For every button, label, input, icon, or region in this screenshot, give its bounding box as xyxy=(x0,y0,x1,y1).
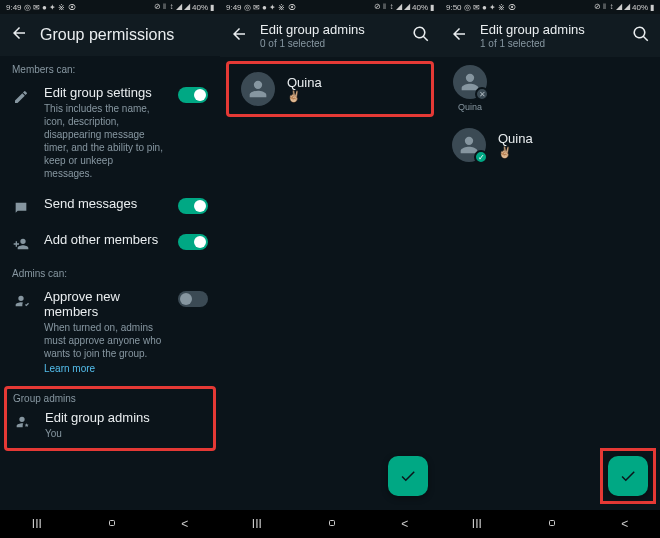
check-icon xyxy=(474,150,488,164)
row-title: Approve new members xyxy=(44,289,164,319)
nav-back[interactable]: < xyxy=(621,517,628,531)
page-subtitle: 0 of 1 selected xyxy=(260,38,400,49)
nav-home[interactable] xyxy=(106,517,118,532)
nav-home[interactable] xyxy=(326,517,338,532)
svg-rect-1 xyxy=(329,520,334,525)
pencil-icon xyxy=(12,85,30,105)
row-send-messages[interactable]: Send messages xyxy=(0,188,220,224)
row-desc: When turned on, admins must approve anyo… xyxy=(44,321,164,360)
search-icon[interactable] xyxy=(412,25,430,47)
remove-icon[interactable] xyxy=(475,87,489,101)
nav-recents[interactable]: III xyxy=(252,517,262,531)
row-edit-group-settings[interactable]: Edit group settings This includes the na… xyxy=(0,77,220,188)
header: Edit group admins 0 of 1 selected xyxy=(220,14,440,57)
status-time: 9:50 xyxy=(446,3,462,12)
nav-home[interactable] xyxy=(546,517,558,532)
status-icons-left: ◎ ✉ ● ✦ ※ ⦿ xyxy=(244,3,296,12)
android-nav: III < xyxy=(220,510,440,538)
toggle-approve-members[interactable] xyxy=(178,291,208,307)
status-time: 9:49 xyxy=(6,3,22,12)
learn-more-link[interactable]: Learn more xyxy=(44,363,164,374)
toggle-add-members[interactable] xyxy=(178,234,208,250)
status-icons-right: ⊘ ⫴ ↕ ◢ ◢ xyxy=(374,2,410,12)
row-edit-group-admins[interactable]: Edit group admins You xyxy=(11,408,209,446)
back-icon[interactable] xyxy=(230,25,248,47)
row-title: Add other members xyxy=(44,232,164,247)
status-bar: 9:49 ◎ ✉ ● ✦ ※ ⦿ ⊘ ⫴ ↕ ◢ ◢ 40% ▮ xyxy=(220,0,440,14)
avatar xyxy=(241,72,275,106)
row-title: Edit group admins xyxy=(45,410,207,425)
status-icons-left: ◎ ✉ ● ✦ ※ ⦿ xyxy=(24,3,76,12)
contact-status: ✌🏼 xyxy=(498,146,533,159)
android-nav: III < xyxy=(440,510,660,538)
members-can-label: Members can: xyxy=(0,56,220,77)
highlight-edit-admins: Group admins Edit group admins You xyxy=(4,386,216,451)
battery-icon: ▮ xyxy=(210,3,214,12)
content: Quina ✌🏼 xyxy=(220,57,440,510)
content: Members can: Edit group settings This in… xyxy=(0,56,220,510)
screen-edit-admins-none-selected: 9:49 ◎ ✉ ● ✦ ※ ⦿ ⊘ ⫴ ↕ ◢ ◢ 40% ▮ Edit gr… xyxy=(220,0,440,538)
row-approve-members[interactable]: Approve new members When turned on, admi… xyxy=(0,281,220,382)
toggle-edit-settings[interactable] xyxy=(178,87,208,103)
status-icons-right: ⊘ ⫴ ↕ ◢ ◢ xyxy=(594,2,630,12)
status-time: 9:49 xyxy=(226,3,242,12)
header: Group permissions xyxy=(0,14,220,56)
svg-rect-0 xyxy=(109,520,114,525)
status-icons-right: ⊘ ⫴ ↕ ◢ ◢ xyxy=(154,2,190,12)
confirm-fab[interactable] xyxy=(388,456,428,496)
approve-icon xyxy=(12,289,30,309)
confirm-fab[interactable] xyxy=(608,456,648,496)
nav-back[interactable]: < xyxy=(401,517,408,531)
selected-chip-quina[interactable]: Quina xyxy=(450,65,490,112)
content: Quina Quina ✌🏼 xyxy=(440,57,660,510)
avatar xyxy=(452,128,486,162)
nav-recents[interactable]: III xyxy=(472,517,482,531)
contact-status: ✌🏼 xyxy=(287,90,322,103)
page-title: Edit group admins xyxy=(260,22,400,37)
svg-rect-2 xyxy=(549,520,554,525)
chip-name: Quina xyxy=(458,102,482,112)
chat-icon xyxy=(12,196,30,216)
nav-recents[interactable]: III xyxy=(32,517,42,531)
search-icon[interactable] xyxy=(632,25,650,47)
status-battery: 40% xyxy=(192,3,208,12)
admins-can-label: Admins can: xyxy=(0,260,220,281)
page-title: Edit group admins xyxy=(480,22,620,37)
row-title: Edit group settings xyxy=(44,85,164,100)
header: Edit group admins 1 of 1 selected xyxy=(440,14,660,57)
back-icon[interactable] xyxy=(450,25,468,47)
nav-back[interactable]: < xyxy=(181,517,188,531)
highlight-contact: Quina ✌🏼 xyxy=(226,61,434,117)
admins-icon xyxy=(13,410,31,430)
row-desc: This includes the name, icon, descriptio… xyxy=(44,102,164,180)
screen-group-permissions: 9:49 ◎ ✉ ● ✦ ※ ⦿ ⊘ ⫴ ↕ ◢ ◢ 40% ▮ Group p… xyxy=(0,0,220,538)
toggle-send-messages[interactable] xyxy=(178,198,208,214)
contact-name: Quina xyxy=(287,75,322,90)
battery-icon: ▮ xyxy=(430,3,434,12)
back-icon[interactable] xyxy=(10,24,28,46)
group-admins-label: Group admins xyxy=(11,391,209,408)
status-bar: 9:50 ◎ ✉ ● ✦ ※ ⦿ ⊘ ⫴ ↕ ◢ ◢ 40% ▮ xyxy=(440,0,660,14)
contact-row-quina[interactable]: Quina ✌🏼 xyxy=(229,64,431,114)
status-battery: 40% xyxy=(632,3,648,12)
page-subtitle: 1 of 1 selected xyxy=(480,38,620,49)
page-title: Group permissions xyxy=(40,26,174,44)
person-add-icon xyxy=(12,232,30,252)
status-battery: 40% xyxy=(412,3,428,12)
row-add-members[interactable]: Add other members xyxy=(0,224,220,260)
selected-strip: Quina xyxy=(440,57,660,120)
status-bar: 9:49 ◎ ✉ ● ✦ ※ ⦿ ⊘ ⫴ ↕ ◢ ◢ 40% ▮ xyxy=(0,0,220,14)
screen-edit-admins-one-selected: 9:50 ◎ ✉ ● ✦ ※ ⦿ ⊘ ⫴ ↕ ◢ ◢ 40% ▮ Edit gr… xyxy=(440,0,660,538)
avatar xyxy=(453,65,487,99)
contact-name: Quina xyxy=(498,131,533,146)
android-nav: III < xyxy=(0,510,220,538)
battery-icon: ▮ xyxy=(650,3,654,12)
contact-row-quina[interactable]: Quina ✌🏼 xyxy=(440,120,660,170)
status-icons-left: ◎ ✉ ● ✦ ※ ⦿ xyxy=(464,3,516,12)
row-sub: You xyxy=(45,427,207,440)
row-title: Send messages xyxy=(44,196,164,211)
